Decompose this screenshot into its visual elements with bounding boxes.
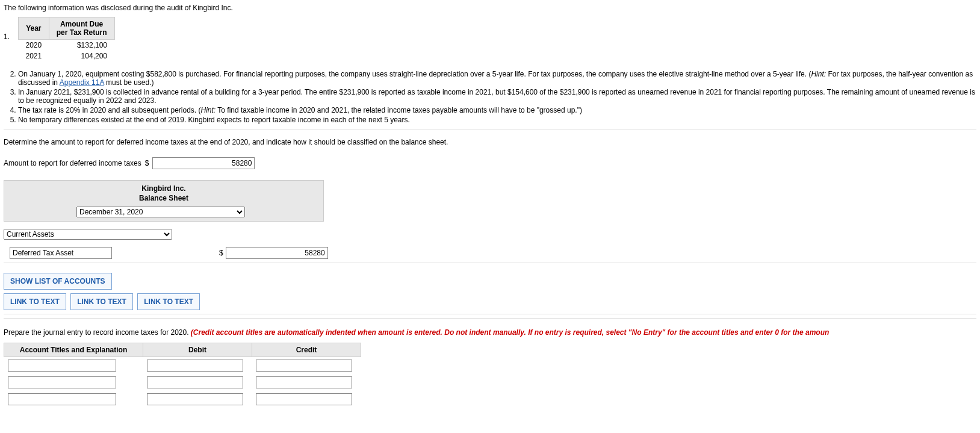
link-to-text-button[interactable]: LINK TO TEXT — [137, 293, 200, 310]
table-row — [4, 391, 361, 408]
col-account: Account Titles and Explanation — [4, 343, 143, 357]
debit-input[interactable] — [147, 376, 243, 388]
table-row — [4, 374, 361, 391]
journal-entry-table: Account Titles and Explanation Debit Cre… — [4, 343, 361, 408]
link-to-text-button[interactable]: LINK TO TEXT — [70, 293, 133, 310]
statement-title: Balance Sheet — [4, 194, 323, 204]
balance-sheet-header: Kingbird Inc. Balance Sheet December 31,… — [4, 180, 324, 222]
date-select[interactable]: December 31, 2020 — [76, 207, 245, 217]
col-amount: Amount Due per Tax Return — [49, 17, 114, 40]
col-credit: Credit — [252, 343, 361, 357]
account-title-input[interactable] — [8, 376, 116, 388]
divider — [4, 314, 976, 314]
account-amount-input[interactable] — [226, 247, 328, 259]
table-row: 2021 104,200 — [19, 51, 115, 61]
credit-input[interactable] — [256, 393, 352, 405]
debit-input[interactable] — [147, 393, 243, 405]
list-item: On January 1, 2020, equipment costing $5… — [18, 70, 976, 87]
dollar-sign: $ — [219, 249, 223, 257]
deferred-tax-amount-input[interactable] — [152, 157, 255, 169]
account-name-input[interactable] — [10, 247, 112, 259]
divider — [4, 263, 976, 263]
col-debit: Debit — [143, 343, 252, 357]
journal-entry-instruction: Prepare the journal entry to record inco… — [4, 328, 976, 337]
appendix-link[interactable]: Appendix 11A — [60, 78, 104, 87]
divider — [4, 318, 976, 319]
show-accounts-button[interactable]: SHOW LIST OF ACCOUNTS — [4, 273, 112, 290]
table-row: 2020 $132,100 — [19, 40, 115, 51]
col-year: Year — [19, 17, 49, 40]
item1-number: 1. — [4, 17, 18, 41]
list-item: The tax rate is 20% in 2020 and all subs… — [18, 106, 976, 114]
intro-text: The following information was disclosed … — [4, 4, 976, 12]
credit-input[interactable] — [256, 376, 352, 388]
link-to-text-button[interactable]: LINK TO TEXT — [4, 293, 66, 310]
section-select[interactable]: Current Assets — [4, 229, 172, 240]
list-item: In January 2021, $231,900 is collected i… — [18, 88, 976, 105]
divider — [4, 129, 976, 129]
dollar-sign: $ — [145, 159, 149, 167]
company-name: Kingbird Inc. — [4, 184, 323, 194]
tax-due-table: Year Amount Due per Tax Return 2020 $132… — [18, 17, 115, 61]
list-item: No temporary differences existed at the … — [18, 116, 976, 124]
credit-input[interactable] — [256, 360, 352, 372]
debit-input[interactable] — [147, 360, 243, 372]
question-text: Determine the amount to report for defer… — [4, 138, 976, 146]
amount-label: Amount to report for deferred income tax… — [4, 159, 141, 167]
info-list: On January 1, 2020, equipment costing $5… — [4, 70, 976, 124]
table-row — [4, 357, 361, 375]
account-title-input[interactable] — [8, 360, 116, 372]
account-title-input[interactable] — [8, 393, 116, 405]
